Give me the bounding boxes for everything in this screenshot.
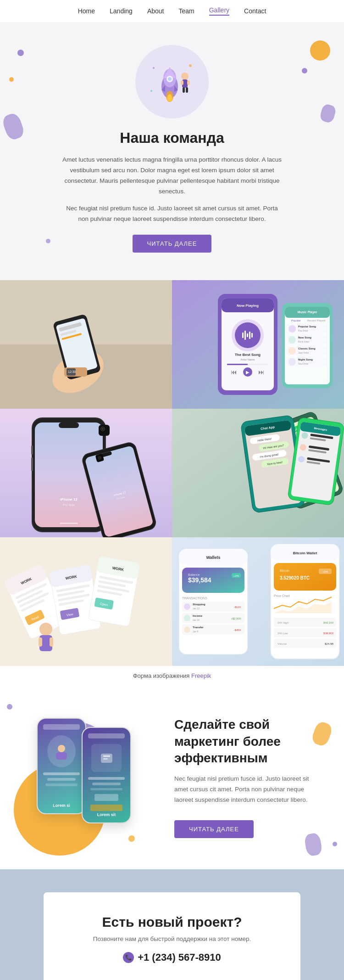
gallery-section: 12:30 Now Playing [0,280,344,686]
gallery-image-2: Now Playing The Best Song Artist Name ⏮ [172,280,344,409]
svg-rect-51 [285,307,330,384]
marketing-phones: Lorem si Lorem sit [28,713,156,842]
gallery-item-2[interactable]: Now Playing The Best Song Artist Name ⏮ [172,280,344,409]
svg-text:Wallets: Wallets [206,555,220,560]
svg-point-69 [289,358,296,366]
hero-section: Наша команда Amet luctus venenatis lectu… [0,22,344,280]
gallery-image-4: WhatsApp Chat App Hello there! [172,409,344,537]
svg-text:Classic Song: Classic Song [298,347,316,350]
svg-rect-77 [31,457,33,471]
gallery-image-5: WORK Read WORK View [0,537,172,666]
svg-text:Night Song: Night Song [298,358,313,361]
svg-text:Pro Max: Pro Max [63,503,75,507]
svg-text:Jazz Artist: Jazz Artist [298,351,309,354]
deco-dot-4 [302,68,307,73]
svg-point-8 [167,94,172,101]
svg-rect-45 [227,364,248,365]
svg-text:$42,150: $42,150 [323,621,333,624]
svg-text:New Song: New Song [298,336,311,339]
svg-rect-209 [103,755,110,757]
cta-phone-number: +1 (234) 567-8910 [138,952,221,963]
svg-text:▶: ▶ [246,370,250,375]
svg-text:3.529020 BTC: 3.529020 BTC [280,575,310,580]
svg-text:Music Player: Music Player [298,310,317,314]
gallery-caption: Форма изображения Freepik [0,666,344,686]
nav-team[interactable]: Team [178,7,194,15]
cta-subtitle: Позвоните нам для быстрой поддержки на э… [62,935,282,942]
svg-text:Volume: Volume [277,642,287,645]
nav-landing[interactable]: Landing [110,7,133,15]
svg-rect-11 [181,80,183,85]
hero-title: Наша команда [37,130,307,146]
gallery-caption-text: Форма изображения [133,672,191,679]
svg-point-57 [289,325,296,332]
svg-point-9 [181,73,189,80]
svg-rect-210 [103,758,108,760]
svg-rect-85 [60,523,78,524]
marketing-description: Nec feugiat nisl pretium fusce id. Justo… [174,774,316,805]
svg-rect-161 [50,637,53,647]
svg-text:Price Chart: Price Chart [274,594,290,597]
gallery-item-6[interactable]: Wallets Balance $39,584 +2% TRANSACTIONS [172,537,344,666]
svg-text:24h Low: 24h Low [277,632,288,635]
svg-point-4 [168,77,172,81]
svg-rect-207 [56,752,67,760]
gallery-image-3: iPhone 12 Pro Max iPhone 12 Pro Max [0,409,172,537]
svg-rect-14 [186,87,188,93]
marketing-title: Сделайте свой маркетинг более эффективны… [174,716,316,766]
gallery-item-5[interactable]: WORK Read WORK View [0,537,172,666]
svg-rect-38 [244,331,246,340]
svg-point-178 [184,615,190,621]
svg-text:Recent Played: Recent Played [307,319,325,322]
svg-text:+2%: +2% [233,574,239,577]
cta-card: Есть новый проект? Позвоните нам для быс… [44,892,300,980]
svg-text:Pop Artist: Pop Artist [298,329,308,332]
gallery-item-1[interactable]: 12:30 [0,280,172,409]
svg-text:⏭: ⏭ [258,368,265,376]
marketing-text: Сделайте свой маркетинг более эффективны… [174,716,316,838]
deco-blob-left [1,112,26,141]
svg-rect-41 [251,333,253,338]
svg-text:The Best Song: The Best Song [235,353,261,357]
svg-rect-12 [187,80,190,85]
svg-text:+$2,500: +$2,500 [231,617,241,620]
svg-text:12:30: 12:30 [68,370,76,373]
nav-home[interactable]: Home [78,7,95,15]
gallery-image-6: Wallets Balance $39,584 +2% TRANSACTIONS [172,537,344,666]
svg-text:-$450: -$450 [234,629,241,631]
svg-text:Artist Name: Artist Name [240,358,255,361]
gallery-image-1: 12:30 [0,280,172,409]
marketing-read-more-button[interactable]: ЧИТАТЬ ДАЛЕЕ [174,820,254,838]
nav-gallery[interactable]: Gallery [209,6,229,16]
svg-text:-$120: -$120 [234,606,241,608]
svg-text:$38,900: $38,900 [323,632,333,635]
deco-dot-1 [17,50,24,56]
svg-rect-76 [31,445,33,455]
svg-point-16 [189,64,192,67]
hero-read-more-button[interactable]: ЧИТАТЬ ДАЛЕЕ [133,235,212,253]
nav-about[interactable]: About [147,7,164,15]
svg-text:24h High: 24h High [277,621,289,624]
cta-title: Есть новый проект? [62,914,282,930]
svg-text:Shopping: Shopping [193,603,205,606]
svg-text:Soul Artist: Soul Artist [298,362,309,365]
svg-text:Balance: Balance [188,573,200,576]
nav-contact[interactable]: Contact [244,7,266,15]
gallery-item-4[interactable]: WhatsApp Chat App Hello there! [172,409,344,537]
svg-text:TRANSACTIONS: TRANSACTIONS [182,597,207,600]
svg-rect-37 [242,332,244,338]
hero-para2: Nec feugiat nisl pretium fusce id. Justo… [62,203,282,225]
svg-rect-39 [247,333,248,337]
gallery-item-3[interactable]: iPhone 12 Pro Max iPhone 12 Pro Max [0,409,172,537]
svg-text:Jan 12: Jan 12 [193,607,200,610]
svg-point-173 [184,603,190,610]
svg-point-65 [289,347,296,355]
gallery-freepik-link[interactable]: Freepik [191,672,211,679]
svg-text:$24.5B: $24.5B [325,642,333,645]
svg-rect-13 [183,87,185,93]
svg-text:Transfer: Transfer [193,626,204,629]
svg-point-17 [150,90,152,92]
svg-text:Income: Income [193,614,203,617]
svg-text:Jan 10: Jan 10 [193,619,200,621]
svg-text:Now Playing: Now Playing [237,304,259,308]
